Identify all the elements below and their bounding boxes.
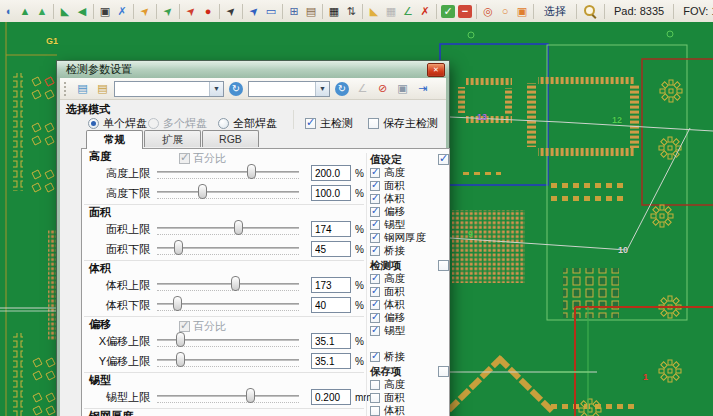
checkbox-icon[interactable] — [370, 207, 380, 217]
radio-多个焊盘[interactable]: 多个焊盘 — [148, 116, 207, 131]
measure-area-icon[interactable]: ▲ — [34, 3, 50, 19]
value-input-高度下限[interactable] — [311, 185, 351, 201]
check-item-高度[interactable]: 高度 — [370, 378, 449, 391]
check-item-偏移[interactable]: 偏移 — [370, 311, 449, 324]
location-pin-icon[interactable]: ● — [200, 3, 216, 19]
check-item-锡型[interactable]: 锡型 — [370, 324, 449, 337]
checkbox-icon[interactable] — [370, 326, 380, 336]
slider-高度下限[interactable] — [155, 184, 301, 202]
apply-right-icon[interactable]: ↻ — [335, 82, 349, 96]
checkbox-icon[interactable] — [370, 194, 380, 204]
slider-thumb[interactable] — [246, 388, 255, 403]
magnifier-icon[interactable] — [583, 4, 598, 19]
disable-icon[interactable]: ⊘ — [374, 81, 391, 97]
slider-thumb[interactable] — [173, 296, 182, 311]
stats-icon[interactable]: ∠ — [354, 81, 371, 97]
slider-track[interactable] — [157, 171, 299, 173]
value-input-面积上限[interactable] — [311, 221, 351, 237]
slider-thumb[interactable] — [176, 352, 185, 367]
check-item-桥接[interactable]: 桥接 — [370, 244, 449, 257]
check-item-偏移[interactable]: 偏移 — [370, 205, 449, 218]
slider-高度上限[interactable] — [155, 164, 301, 182]
pin-blue-icon[interactable]: ➤ — [243, 0, 266, 22]
check-item-面积[interactable]: 面积 — [370, 391, 449, 404]
checkbox-icon[interactable] — [370, 352, 380, 362]
checkbox-icon[interactable] — [370, 300, 380, 310]
value-input-面积下限[interactable] — [311, 241, 351, 257]
slider-X偏移上限[interactable] — [155, 332, 301, 350]
slider-thumb[interactable] — [174, 240, 183, 255]
check-item-锡型[interactable]: 锡型 — [370, 218, 449, 231]
slider-track[interactable] — [157, 191, 299, 193]
checkbox-保存主检测[interactable]: 保存主检测 — [368, 116, 438, 131]
value-input-X偏移上限[interactable] — [311, 333, 351, 349]
checkbox-icon[interactable] — [370, 168, 380, 178]
slider-面积下限[interactable] — [155, 240, 301, 258]
slider-Y偏移上限[interactable] — [155, 352, 301, 370]
setsquare-icon[interactable]: ◣ — [366, 3, 382, 19]
checkbox-icon[interactable] — [368, 118, 379, 129]
check-item-面积[interactable]: 面积 — [370, 179, 449, 192]
group-header-checkbox[interactable] — [438, 260, 449, 271]
slider-track[interactable] — [157, 227, 299, 229]
value-input-体积上限[interactable] — [311, 277, 351, 293]
slider-面积上限[interactable] — [155, 220, 301, 238]
value-input-体积下限[interactable] — [311, 297, 351, 313]
checkbox-icon[interactable] — [370, 287, 380, 297]
nav-circle-icon[interactable]: ◖ — [0, 3, 16, 19]
tools-icon[interactable]: ✗ — [114, 3, 130, 19]
export-exit-icon[interactable]: ⇥ — [414, 81, 431, 97]
group-header-checkbox[interactable] — [438, 366, 449, 377]
circle-icon[interactable]: ○ — [497, 3, 513, 19]
checkbox-icon[interactable] — [370, 274, 380, 284]
radio-单个焊盘[interactable]: 单个焊盘 — [88, 116, 147, 131]
apply-left-icon[interactable]: ↻ — [229, 82, 243, 96]
radio-circle-icon[interactable] — [148, 118, 159, 129]
tab-RGB[interactable]: RGB — [202, 130, 259, 147]
measure-height-icon[interactable]: ▲ — [17, 3, 33, 19]
close-button[interactable]: ✕ — [427, 63, 445, 77]
dialog-title-bar[interactable]: 检测参数设置 ✕ — [57, 61, 449, 78]
pin-orange-icon[interactable]: ➤ — [134, 0, 157, 22]
checkbox-icon[interactable] — [370, 313, 380, 323]
load-template-icon[interactable]: ▤ — [74, 81, 91, 97]
photo-icon[interactable]: ▤ — [303, 3, 319, 19]
checkbox-主检测[interactable]: 主检测 — [305, 116, 353, 131]
check-item-体积[interactable]: 体积 — [370, 404, 449, 416]
delete-icon[interactable]: ✗ — [417, 3, 433, 19]
slider-thumb[interactable] — [198, 184, 207, 199]
template-combo[interactable]: ▼ — [114, 81, 224, 97]
checkbox-icon[interactable] — [370, 233, 380, 243]
check-item-钢网厚度[interactable]: 钢网厚度 — [370, 231, 449, 244]
slider-thumb[interactable] — [231, 276, 240, 291]
value-input-Y偏移上限[interactable] — [311, 353, 351, 369]
save-icon[interactable]: ▣ — [394, 81, 411, 97]
checkbox-icon[interactable] — [370, 380, 380, 390]
radio-全部焊盘[interactable]: 全部焊盘 — [218, 116, 277, 131]
check-item-面积[interactable]: 面积 — [370, 285, 449, 298]
cone-tool-icon[interactable]: ◀ — [74, 3, 90, 19]
square-circle-icon[interactable]: ▣ — [514, 3, 530, 19]
radio-circle-icon[interactable] — [88, 118, 99, 129]
region-select-icon[interactable]: ▭ — [263, 3, 279, 19]
checkbox-icon[interactable] — [370, 181, 380, 191]
confirm-icon[interactable]: ✓ — [441, 5, 455, 18]
radio-circle-icon[interactable] — [218, 118, 229, 129]
slider-体积上限[interactable] — [155, 276, 301, 294]
checkbox-icon[interactable] — [370, 246, 380, 256]
value-input-高度上限[interactable] — [311, 165, 351, 181]
check-item-体积[interactable]: 体积 — [370, 298, 449, 311]
target-icon[interactable]: ◎ — [480, 3, 496, 19]
array-grid-icon[interactable]: ⊞ — [286, 3, 302, 19]
slider-锡型上限[interactable] — [155, 388, 301, 406]
check-item-桥接[interactable]: 桥接 — [370, 350, 449, 363]
checkbox-icon[interactable] — [305, 118, 316, 129]
check-item-高度[interactable]: 高度 — [370, 272, 449, 285]
preset-combo[interactable]: ▼ — [248, 81, 330, 97]
slider-thumb[interactable] — [234, 220, 243, 235]
pin-green-icon[interactable]: ➤ — [157, 0, 180, 22]
angle-tool-icon[interactable]: ◣ — [57, 3, 73, 19]
check-item-高度[interactable]: 高度 — [370, 166, 449, 179]
tab-常规[interactable]: 常规 — [86, 130, 143, 149]
pin-black-icon[interactable]: ➤ — [220, 0, 243, 22]
